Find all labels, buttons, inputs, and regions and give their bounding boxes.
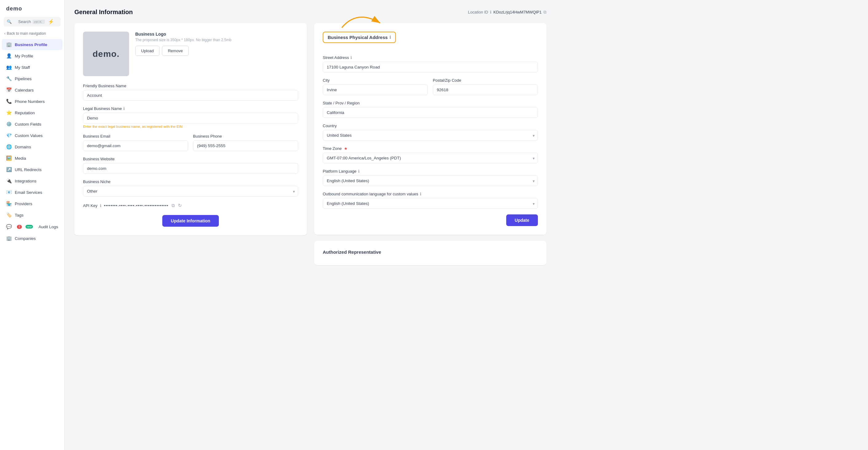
custom-fields-icon: ⚙️ <box>6 121 12 127</box>
tags-icon: 🏷️ <box>6 212 12 218</box>
state-input[interactable] <box>323 107 538 118</box>
phone-numbers-icon: 📞 <box>6 99 12 104</box>
address-card-wrapper: Business Physical Address ℹ Street Addre… <box>314 23 547 241</box>
api-key-label: API Key <box>83 203 97 208</box>
sidebar-item-phone-numbers[interactable]: 📞Phone Numbers <box>2 96 62 107</box>
sidebar-item-label-custom-fields: Custom Fields <box>15 122 41 127</box>
back-label: Back to main navigation <box>7 31 46 36</box>
country-select[interactable]: United States Canada United Kingdom Aust… <box>323 130 538 141</box>
page-header: General Information Location ID ℹ KDozLr… <box>74 9 547 16</box>
sidebar-item-tags[interactable]: 🏷️Tags <box>2 210 62 221</box>
location-id-value[interactable]: KDozLrjq14HwM7MWQlP1 <box>493 10 541 14</box>
outbound-language-select[interactable]: English (United States) Spanish French <box>323 198 538 209</box>
sidebar-item-custom-fields[interactable]: ⚙️Custom Fields <box>2 119 62 130</box>
country-wrapper: United States Canada United Kingdom Aust… <box>323 130 538 141</box>
companies-label: Companies <box>15 236 36 241</box>
legal-name-input[interactable] <box>83 113 298 124</box>
api-key-copy-icon[interactable]: ⧉ <box>171 202 176 209</box>
sidebar-item-email-services[interactable]: 📧Email Services <box>2 187 62 198</box>
sidebar-item-label-integrations: Integrations <box>15 179 37 183</box>
sidebar-item-my-staff[interactable]: 👥My Staff <box>2 62 62 73</box>
remove-button[interactable]: Remove <box>162 46 188 56</box>
api-key-refresh-icon[interactable]: ↻ <box>177 202 183 209</box>
companies-icon: 🏢 <box>6 235 12 241</box>
legal-name-group: Legal Business Name ℹ Enter the exact le… <box>83 106 298 128</box>
sidebar-item-media[interactable]: 🖼️Media <box>2 153 62 164</box>
location-id-label: Location ID <box>468 10 488 14</box>
timezone-required: ★ <box>344 146 348 151</box>
business-email-input[interactable] <box>83 140 188 151</box>
sidebar-item-label-calendars: Calendars <box>15 88 34 92</box>
sidebar-item-reputation[interactable]: ⭐Reputation <box>2 107 62 118</box>
sidebar-item-label-reputation: Reputation <box>15 110 35 115</box>
main-grid: demo. Business Logo The proposed size is… <box>74 23 547 271</box>
sidebar-item-providers[interactable]: 🏪Providers <box>2 198 62 209</box>
sidebar-item-url-redirects[interactable]: ↗️URL Redirects <box>2 164 62 175</box>
logo-section: demo. Business Logo The proposed size is… <box>83 32 298 76</box>
lightning-icon: ⚡ <box>48 19 58 25</box>
city-input[interactable] <box>323 85 428 95</box>
street-info-icon: ℹ <box>350 55 352 60</box>
sidebar-item-audit-logs[interactable]: 💬 8 new Audit Logs <box>2 221 62 232</box>
sidebar-item-label-phone-numbers: Phone Numbers <box>15 99 45 104</box>
back-to-main-nav[interactable]: ‹ Back to main navigation <box>0 30 64 39</box>
api-key-value: ••••••••-••••-••••-••••-•••••••••••••• <box>104 203 168 208</box>
sidebar-item-pipelines[interactable]: 🔧Pipelines <box>2 73 62 84</box>
search-kbd: ctrl K <box>33 20 44 24</box>
app-logo: demo <box>0 0 64 15</box>
copy-icon[interactable]: ⧉ <box>544 9 547 15</box>
providers-icon: 🏪 <box>6 201 12 206</box>
business-niche-label: Business Niche <box>83 180 298 184</box>
sidebar-item-companies[interactable]: 🏢 Companies <box>2 233 62 244</box>
update-info-btn-row: Update Information <box>83 215 298 227</box>
sidebar-item-label-email-services: Email Services <box>15 190 42 195</box>
sidebar-item-custom-values[interactable]: 💎Custom Values <box>2 130 62 141</box>
friendly-name-input[interactable] <box>83 90 298 101</box>
authorized-rep-title: Authorized Representative <box>323 249 538 255</box>
domains-icon: 🌐 <box>6 144 12 150</box>
business-website-input[interactable] <box>83 163 298 174</box>
left-panel: demo. Business Logo The proposed size is… <box>74 23 307 235</box>
update-information-button[interactable]: Update Information <box>162 215 219 227</box>
postal-input[interactable] <box>433 85 538 95</box>
email-phone-row: Business Email Business Phone <box>83 134 298 157</box>
business-phone-label: Business Phone <box>193 134 298 138</box>
sidebar-item-my-profile[interactable]: 👤My Profile <box>2 51 62 61</box>
sidebar-item-label-tags: Tags <box>15 213 24 218</box>
sidebar-item-label-providers: Providers <box>15 201 32 206</box>
business-niche-select[interactable]: Other Technology Healthcare Finance Educ… <box>83 186 298 197</box>
sidebar-item-business-profile[interactable]: 🏢Business Profile <box>2 39 62 50</box>
reputation-icon: ⭐ <box>6 110 12 116</box>
api-key-info-icon: ℹ <box>100 203 101 208</box>
email-services-icon: 📧 <box>6 190 12 195</box>
business-phone-input[interactable] <box>193 140 298 151</box>
upload-button[interactable]: Upload <box>135 46 159 56</box>
timezone-group: Time Zone ★ GMT-07:00 America/Los_Angele… <box>323 146 538 163</box>
sidebar-item-integrations[interactable]: 🔌Integrations <box>2 175 62 187</box>
sidebar-item-label-pipelines: Pipelines <box>15 76 32 81</box>
update-address-button[interactable]: Update <box>506 215 538 226</box>
update-right-btn-row: Update <box>323 215 538 226</box>
platform-language-select[interactable]: English (United States) Spanish French <box>323 175 538 186</box>
friendly-name-label: Friendly Business Name <box>83 84 298 88</box>
sidebar-item-label-media: Media <box>15 156 26 161</box>
new-badge: new <box>26 225 33 228</box>
platform-language-group: Platform Language ℹ English (United Stat… <box>323 169 538 186</box>
timezone-select[interactable]: GMT-07:00 America/Los_Angeles (PDT) GMT-… <box>323 153 538 163</box>
timezone-label: Time Zone ★ <box>323 146 538 151</box>
logo-btn-row: Upload Remove <box>135 46 298 56</box>
main-content: General Information Location ID ℹ KDozLr… <box>65 0 868 450</box>
sidebar-item-label-url-redirects: URL Redirects <box>15 167 41 172</box>
address-card: Business Physical Address ℹ Street Addre… <box>314 23 547 235</box>
audit-logs-label: Audit Logs <box>38 225 58 229</box>
platform-language-wrapper: English (United States) Spanish French <box>323 175 538 186</box>
street-address-group: Street Address ℹ <box>323 55 538 72</box>
search-bar[interactable]: 🔍 Search ctrl K ⚡ <box>4 17 61 26</box>
my-staff-icon: 👥 <box>6 65 12 70</box>
street-address-input[interactable] <box>323 62 538 72</box>
sidebar-item-domains[interactable]: 🌐Domains <box>2 141 62 152</box>
street-address-label: Street Address ℹ <box>323 55 538 60</box>
business-niche-group: Business Niche Other Technology Healthca… <box>83 180 298 197</box>
custom-values-icon: 💎 <box>6 133 12 138</box>
sidebar-item-calendars[interactable]: 📅Calendars <box>2 85 62 96</box>
